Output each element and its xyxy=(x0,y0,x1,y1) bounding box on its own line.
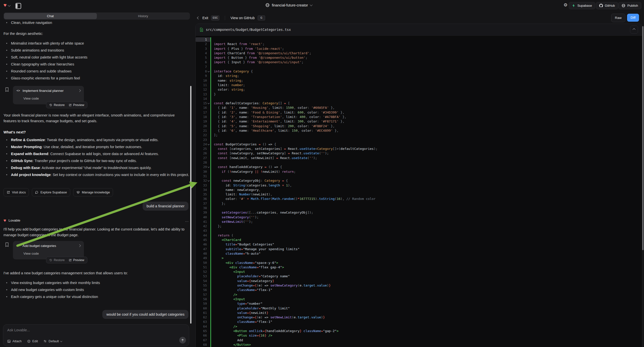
github-label: GitHub xyxy=(605,4,615,8)
sidebar-toggle-button[interactable] xyxy=(16,3,21,9)
file-header[interactable]: src/components/budget/BudgetCategories.t… xyxy=(196,24,642,36)
code-text: id: string; xyxy=(211,74,239,78)
line-number: 14 xyxy=(196,96,207,101)
code-line: 15const defaultCategories: Category[] = … xyxy=(196,101,642,106)
view-on-github-button[interactable]: View on GitHub xyxy=(230,16,255,20)
restore-button[interactable]: Restore xyxy=(49,103,65,107)
fold-gutter xyxy=(207,320,210,324)
code-line: 14 xyxy=(196,96,642,101)
supabase-lightning-icon xyxy=(572,4,575,8)
list-item: View existing budget categories with the… xyxy=(4,279,189,286)
fold-gutter xyxy=(207,83,210,87)
visit-docs-button[interactable]: Visit docs xyxy=(4,188,29,196)
view-code-link[interactable]: View code xyxy=(16,95,80,102)
github-button[interactable]: GitHub xyxy=(596,2,618,9)
code-text: <Plus size={16} /> xyxy=(211,333,272,338)
assistant-name: Lovable xyxy=(8,218,20,222)
code-line: 25 const [categories, setCategories] = R… xyxy=(196,146,642,151)
code-text: value={newCategory} xyxy=(211,279,274,283)
code-line: 54 value={newCategory} xyxy=(196,279,642,283)
code-line: 30 if (!newCategory || !newLimit) return… xyxy=(196,170,642,174)
code-text: className="flex-1" xyxy=(211,288,272,292)
fold-gutter xyxy=(207,342,210,347)
line-number: 17 xyxy=(196,110,207,115)
tab-chat[interactable]: Chat xyxy=(4,13,97,19)
fold-chevron-icon[interactable] xyxy=(207,69,210,74)
code-text: const BudgetCategories = () => { xyxy=(211,142,276,146)
composer-input[interactable]: Ask Lovable... xyxy=(7,328,185,332)
code-text: import { Input } from '@/components/ui/i… xyxy=(211,60,304,64)
diff-toggle-button[interactable]: Diff xyxy=(627,14,639,22)
code-scrollbar[interactable] xyxy=(642,26,644,250)
assistant-summary: Your sleek financial planner is now read… xyxy=(4,112,179,124)
code-line: 40 setNewCategory(''); xyxy=(196,215,642,220)
view-code-link[interactable]: View code xyxy=(16,250,80,257)
version-card-title: Implement financial planner xyxy=(22,89,76,92)
list-item: Minimalist interface with plenty of whit… xyxy=(4,40,189,47)
bookmark-icon[interactable] xyxy=(5,242,9,247)
publish-button[interactable]: Publish xyxy=(618,2,641,9)
message-menu-button[interactable]: … xyxy=(185,218,189,222)
bookmark-icon[interactable] xyxy=(5,87,9,92)
model-selector[interactable]: Default xyxy=(43,339,62,343)
line-number: 46 xyxy=(196,242,207,247)
fold-gutter xyxy=(207,315,210,320)
code-text: const newCategoryObj: Category = { xyxy=(211,178,288,183)
code-line: 58 <Input xyxy=(196,297,642,302)
manage-knowledge-button[interactable]: Manage knowledge xyxy=(73,188,113,196)
project-title-menu[interactable]: financial-future-creator xyxy=(265,3,312,7)
raw-toggle-button[interactable]: Raw xyxy=(611,14,625,22)
code-line: 12 color: string; xyxy=(196,87,642,92)
line-number: 19 xyxy=(196,119,207,124)
code-line: 10 name: string; xyxy=(196,78,642,83)
collapse-file-button[interactable] xyxy=(630,26,638,34)
fold-gutter xyxy=(207,242,210,247)
fold-gutter xyxy=(207,329,210,333)
code-line: 44 return ( xyxy=(196,233,642,238)
supabase-button[interactable]: Supabase xyxy=(569,2,595,9)
fold-chevron-icon[interactable] xyxy=(207,101,210,106)
code-line: 34 name: newCategory, xyxy=(196,188,642,192)
code-text: import { Plus } from 'lucide-react'; xyxy=(211,46,284,51)
code-text: { id: '2', name: 'Food & Dining', limit:… xyxy=(211,110,344,115)
fold-gutter xyxy=(207,37,210,42)
settings-button[interactable]: ⚙ xyxy=(564,2,568,8)
code-text: name: string; xyxy=(211,78,243,83)
list-item: Each category gets a unique color for vi… xyxy=(4,293,189,300)
list-item: Clean, intuitive navigation xyxy=(4,19,189,26)
lovable-logo-icon[interactable]: ♥ xyxy=(4,2,7,8)
code-text: import ChartCard from '@/components/ui/C… xyxy=(211,51,311,56)
fold-gutter xyxy=(207,188,210,192)
explore-supabase-button[interactable]: Explore Supabase xyxy=(32,188,70,196)
preview-button[interactable]: Preview xyxy=(69,258,84,262)
restore-button[interactable]: Restore xyxy=(49,258,65,262)
tab-history[interactable]: History xyxy=(97,13,190,19)
fold-chevron-icon[interactable] xyxy=(207,142,210,146)
list-item: Glass-morphic elements for a premium fee… xyxy=(4,75,189,82)
code-text: placeholder="Category name" xyxy=(211,274,290,278)
composer[interactable]: Ask Lovable... Attach Edit xyxy=(3,324,189,346)
fold-chevron-icon[interactable] xyxy=(207,178,210,183)
code-line: 9 id: string; xyxy=(196,74,642,78)
chat-scrollbar[interactable] xyxy=(190,86,192,324)
exit-button[interactable]: Exit xyxy=(202,16,208,20)
line-number: 13 xyxy=(196,92,207,96)
fold-gutter xyxy=(207,156,210,160)
attach-button[interactable]: Attach xyxy=(7,339,22,343)
chevron-left-icon[interactable] xyxy=(197,16,200,19)
line-number: 20 xyxy=(196,124,207,128)
edit-button[interactable]: Edit xyxy=(27,339,38,343)
fold-gutter xyxy=(207,160,210,165)
code-line: 52 <Input xyxy=(196,270,642,274)
send-button[interactable] xyxy=(179,337,186,344)
line-number: 53 xyxy=(196,274,207,278)
code-line: 42 }; xyxy=(196,224,642,228)
code-text: <Input xyxy=(211,270,245,274)
fold-chevron-icon[interactable] xyxy=(207,165,210,169)
external-link-icon xyxy=(69,104,72,106)
logo-menu-chevron-icon[interactable] xyxy=(8,4,10,6)
code-text: title="Budget Categories" xyxy=(211,242,274,247)
code-line: 64 /> xyxy=(196,324,642,329)
preview-button[interactable]: Preview xyxy=(69,103,84,107)
fold-gutter xyxy=(207,92,210,96)
